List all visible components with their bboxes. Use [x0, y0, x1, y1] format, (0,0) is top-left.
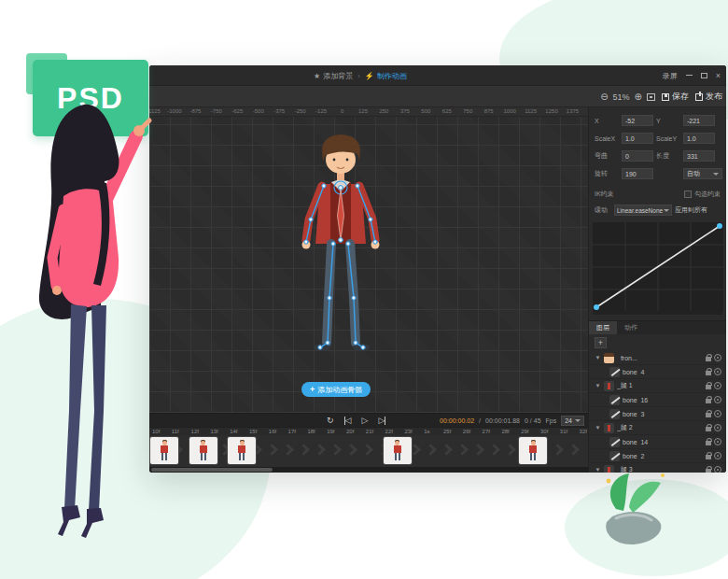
publish-icon [695, 93, 703, 101]
eye-icon[interactable] [714, 438, 721, 445]
timeline-scrollbar[interactable] [149, 467, 588, 473]
lock-icon[interactable] [706, 455, 711, 459]
property-input[interactable]: 1.0 [622, 133, 653, 144]
plant-illustration [588, 470, 674, 550]
zoom-out-icon[interactable]: ⊖ [600, 92, 608, 102]
curve-handle-start[interactable] [594, 304, 599, 310]
plus-icon: + [310, 385, 315, 394]
chevron-right-icon [298, 444, 310, 456]
bone-icon [609, 395, 620, 405]
fit-view-icon[interactable] [647, 93, 655, 101]
publish-label: 发布 [706, 91, 722, 103]
zoom-in-icon[interactable]: ⊕ [635, 92, 642, 102]
eye-icon[interactable] [714, 424, 721, 431]
tab-actions[interactable]: 动作 [617, 321, 645, 334]
layer-tabs: 图层动作 [589, 320, 726, 334]
time-display: 00:00:00.02 / 00:00:01.88 0 / 45 Fps 24 [440, 414, 584, 428]
eye-icon[interactable] [714, 452, 721, 459]
layer-label: bone_16 [623, 397, 703, 403]
keyframe-strip[interactable] [149, 435, 588, 467]
checkbox-icon[interactable] [684, 191, 692, 198]
save-button[interactable]: 保存 [662, 91, 689, 103]
eye-icon[interactable] [714, 354, 721, 361]
character-rig[interactable] [275, 130, 406, 377]
lock-icon[interactable] [706, 371, 711, 375]
loop-button[interactable]: ↻ [327, 417, 334, 425]
caret-down-icon[interactable]: ▼ [595, 425, 601, 431]
property-input[interactable]: 0 [622, 150, 653, 162]
bone-row[interactable]: bone_16 [589, 393, 726, 407]
property-row: 旋转190自动 [595, 168, 721, 179]
layer-group-row[interactable]: ▼_fron... [589, 351, 726, 365]
property-input[interactable]: -52 [622, 115, 653, 126]
auto-select[interactable]: 自动 [683, 168, 722, 179]
apply-all-button[interactable]: 应用到所有 [675, 205, 707, 215]
sparkle-icon [607, 479, 611, 484]
keyframe-thumbnail[interactable] [189, 437, 217, 464]
eye-icon[interactable] [714, 368, 721, 375]
tab-layers[interactable]: 图层 [589, 321, 617, 334]
close-icon[interactable]: × [716, 72, 721, 80]
breadcrumb-add-background[interactable]: ★ 添加背景 [314, 71, 353, 81]
lock-icon[interactable] [706, 441, 711, 445]
prev-frame-button[interactable]: ◁ [344, 417, 352, 425]
minimize-icon[interactable] [686, 75, 693, 76]
eye-icon[interactable] [714, 396, 721, 403]
keyframe-thumbnail[interactable] [519, 437, 547, 464]
property-input[interactable]: 1.0 [683, 133, 715, 144]
lock-icon[interactable] [706, 357, 711, 361]
bone-row[interactable]: bone_4 [589, 365, 726, 379]
bone-icon [609, 437, 620, 447]
next-frame-button[interactable]: ▷ [378, 417, 385, 425]
layer-group-row[interactable]: ▼_腿 1 [589, 379, 726, 393]
bone-row[interactable]: bone_3 [589, 407, 726, 421]
scrollbar-thumb[interactable] [151, 468, 273, 472]
publish-button[interactable]: 发布 [695, 91, 722, 103]
property-label: 长度 [656, 151, 680, 161]
add-bones-button[interactable]: + 添加动画骨骼 [301, 382, 371, 397]
bone-row[interactable]: bone_2 [589, 449, 726, 463]
lock-icon[interactable] [706, 427, 711, 431]
keyframe-thumbnail[interactable] [228, 437, 256, 464]
property-row: ScaleX1.0ScaleY1.0 [595, 133, 721, 144]
record-label[interactable]: 录屏 [663, 71, 678, 81]
property-input[interactable]: -221 [683, 115, 715, 126]
ruler-tick: -500 [253, 108, 264, 114]
frame-label: 28f [501, 429, 509, 434]
curve-handle-end[interactable] [717, 223, 722, 229]
eye-icon[interactable] [714, 410, 721, 417]
caret-down-icon[interactable]: ▼ [595, 355, 601, 360]
play-button[interactable]: ▷ [361, 417, 368, 425]
curve-editor[interactable] [593, 222, 722, 315]
lock-icon[interactable] [706, 385, 711, 389]
property-input[interactable]: 190 [622, 168, 653, 179]
lock-icon[interactable] [706, 399, 711, 403]
property-row: 弯曲0长度331 [595, 150, 721, 162]
fps-label: Fps [546, 417, 557, 424]
ruler-tick: -375 [273, 108, 285, 114]
caret-down-icon[interactable]: ▼ [595, 383, 601, 388]
lock-icon[interactable] [706, 413, 711, 417]
ik-checkbox-label: 勾选约束 [694, 190, 721, 199]
property-input[interactable]: 331 [683, 150, 715, 162]
animation-canvas[interactable]: + 添加动画骨骼 [149, 117, 588, 413]
layer-group-row[interactable]: ▼_腿 2 [589, 421, 726, 435]
lock-icon[interactable] [706, 469, 711, 473]
save-icon [662, 93, 669, 101]
keyframe-thumbnail[interactable] [384, 437, 412, 464]
eye-icon[interactable] [714, 382, 721, 389]
add-layer-button[interactable]: + [595, 337, 607, 348]
frame-label: 23f [404, 429, 412, 434]
easing-select[interactable]: Linear.easeNone [614, 205, 672, 216]
title-bar: ★ 添加背景 › ⚡ 制作动画 录屏 × [149, 65, 726, 86]
scene: PSD + ★ 添加背景 › ⚡ 制作动画 录屏 × [0, 0, 728, 579]
ruler-tick: 1375 [567, 108, 579, 114]
maximize-icon[interactable] [701, 73, 707, 78]
eye-icon[interactable] [714, 466, 721, 473]
fps-select[interactable]: 24 [561, 416, 584, 426]
breadcrumb-make-animation[interactable]: ⚡ 制作动画 [365, 71, 407, 81]
frame-ruler[interactable]: 10f11f12f13f14f15f16f17f18f19f20f21f22f2… [149, 427, 588, 435]
bone-row[interactable]: bone_14 [589, 435, 726, 449]
ik-constraint-toggle[interactable]: 勾选约束 [684, 190, 721, 199]
layer-label: _腿 2 [617, 423, 703, 432]
